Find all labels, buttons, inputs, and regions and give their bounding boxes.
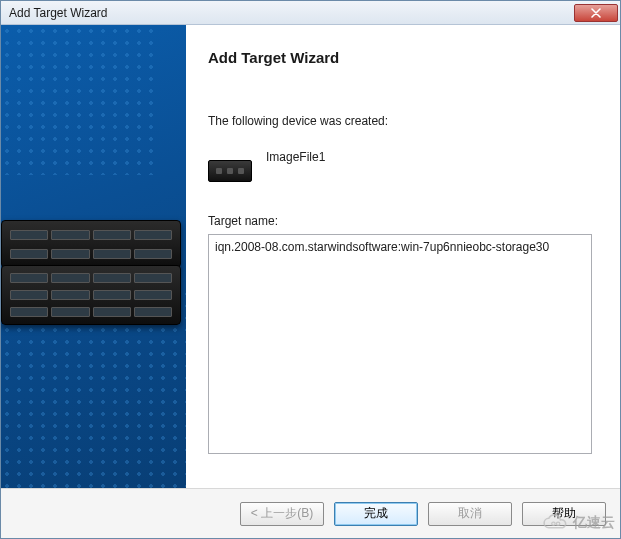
server-illustration-1 — [1, 220, 181, 268]
back-button[interactable]: < 上一步(B) — [240, 502, 324, 526]
close-icon — [591, 8, 601, 18]
content-area: Add Target Wizard The following device w… — [186, 25, 620, 488]
button-bar: < 上一步(B) 完成 取消 帮助 — [1, 488, 620, 538]
window-title: Add Target Wizard — [9, 6, 574, 20]
server-illustration-2 — [1, 265, 181, 325]
close-button[interactable] — [574, 4, 618, 22]
wizard-body: Add Target Wizard The following device w… — [1, 25, 620, 488]
target-name-label: Target name: — [208, 214, 592, 228]
wizard-heading: Add Target Wizard — [208, 49, 592, 66]
finish-button[interactable]: 完成 — [334, 502, 418, 526]
help-button[interactable]: 帮助 — [522, 502, 606, 526]
device-created-text: The following device was created: — [208, 114, 592, 128]
sidebar-graphic — [1, 25, 186, 488]
device-row: ImageFile1 — [208, 150, 592, 182]
target-name-input[interactable] — [208, 234, 592, 454]
titlebar: Add Target Wizard — [1, 1, 620, 25]
device-icon — [208, 160, 252, 182]
wizard-window: Add Target Wizard — [0, 0, 621, 539]
device-name: ImageFile1 — [266, 150, 325, 164]
cancel-button[interactable]: 取消 — [428, 502, 512, 526]
